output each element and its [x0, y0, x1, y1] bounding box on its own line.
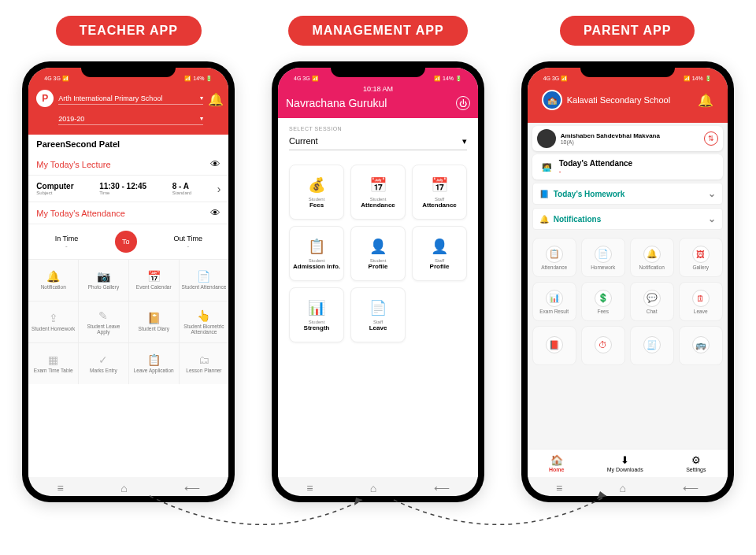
today-attendance-card[interactable]: 🧑‍💻 Today's Attendance - — [532, 154, 723, 179]
grid-cell[interactable]: 📔Student Diary — [129, 302, 179, 342]
leave-icon: 📋 — [147, 353, 161, 366]
parent-pill: PARENT APP — [560, 16, 695, 46]
swap-icon[interactable]: ⇅ — [704, 131, 718, 146]
module-icon: 🚌 — [692, 336, 710, 353]
back-icon[interactable]: ⟵ — [434, 482, 450, 494]
menu-icon[interactable]: ≡ — [556, 482, 562, 494]
mgmt-card-student-profile[interactable]: 👤StudentProfile — [350, 226, 406, 281]
teacher-avatar[interactable]: P — [36, 90, 54, 107]
in-time: In Time- — [55, 235, 79, 250]
grid-cell[interactable]: ⇪Student Homework — [28, 302, 78, 342]
student-bar[interactable]: Amishaben Sahdevbhai Makvana 10(A) ⇅ — [532, 126, 723, 151]
chevron-down-icon: ⌄ — [708, 188, 716, 199]
calendar-icon: 📅 — [369, 176, 387, 194]
eye-icon[interactable]: 👁 — [210, 158, 220, 170]
table-icon: ▦ — [48, 353, 58, 366]
status-right: 📶 14% 🔋 — [434, 76, 462, 82]
home-icon[interactable]: ⌂ — [370, 482, 376, 494]
pgrid-cell[interactable]: 🚌 — [679, 326, 723, 365]
to-button[interactable]: To — [115, 231, 137, 253]
clipboard-icon: 📋 — [308, 238, 325, 255]
home-icon: 🏠 — [550, 454, 563, 466]
school-dropdown[interactable]: Arth International Primary School▾ — [58, 93, 203, 105]
power-icon[interactable]: ⏻ — [456, 96, 470, 110]
bell-icon[interactable]: 🔔 — [208, 92, 220, 105]
fingerprint-icon: 👆 — [197, 309, 210, 322]
bell-icon: 🔔 — [539, 215, 549, 224]
grid-cell[interactable]: 👆Student Biometric Attendance — [180, 302, 229, 342]
parent-phone: 4G 3G 📶 📶 14% 🔋 🏫 Kalavati Secondary Sch… — [521, 61, 734, 502]
parent-school-title: Kalavati Secondary School — [567, 95, 693, 105]
grid-cell[interactable]: 📅Event Calendar — [129, 260, 179, 301]
download-icon: ⬇ — [621, 454, 629, 466]
teacher-phone: 4G 3G 📶 📶 14% 🔋 P Arth International Pri… — [22, 61, 235, 502]
back-icon[interactable]: ⟵ — [683, 482, 699, 494]
grid-cell[interactable]: 🗂Lesson Planner — [180, 343, 229, 384]
pgrid-cell[interactable]: 📊Exam Result — [532, 282, 576, 321]
nav-downloads[interactable]: ⬇My Downloads — [607, 454, 643, 472]
grid-cell[interactable]: 🔔Notification — [28, 260, 78, 301]
upload-icon: ⇪ — [49, 312, 58, 324]
mgmt-card-admission[interactable]: 📋StudentAdmission Info. — [289, 226, 344, 281]
pgrid-cell[interactable]: 💬Chat — [630, 282, 674, 321]
nav-settings[interactable]: ⚙Settings — [686, 454, 706, 472]
leave-icon: 🗓 — [692, 290, 710, 307]
lecture-row[interactable]: ComputerSubject 11:30 - 12:45Time 8 - AS… — [28, 176, 228, 202]
pgrid-cell[interactable]: 📕 — [532, 326, 576, 365]
grid-cell[interactable]: 📷Photo Gallery — [79, 260, 128, 301]
home-icon[interactable]: ⌂ — [120, 482, 127, 494]
mgmt-card-fees[interactable]: 💰StudentFees — [289, 165, 344, 220]
grid-cell[interactable]: ✎Student Leave Apply — [79, 302, 128, 342]
mgmt-card-staff-profile[interactable]: 👤StaffProfile — [412, 226, 467, 281]
year-dropdown[interactable]: 2019-20▾ — [58, 113, 203, 125]
chevron-down-icon: ▾ — [200, 115, 203, 123]
pgrid-cell[interactable]: 🗓Leave — [679, 282, 723, 321]
bell-icon: 🔔 — [46, 270, 60, 283]
gallery-icon: 🖼 — [692, 246, 710, 263]
grid-cell[interactable]: 📋Leave Application — [129, 343, 179, 384]
home-icon[interactable]: ⌂ — [620, 482, 626, 494]
grid-cell[interactable]: 📄Student Attendance — [180, 260, 229, 301]
menu-icon[interactable]: ≡ — [57, 482, 64, 494]
mgmt-card-leave[interactable]: 📄StaffLeave — [350, 287, 406, 342]
bottom-nav: 🏠Home ⬇My Downloads ⚙Settings — [528, 449, 728, 477]
mgmt-card-strength[interactable]: 📊StudentStrength — [289, 287, 344, 342]
mgmt-card-student-attendance[interactable]: 📅StudentAttendance — [350, 165, 406, 220]
out-time: Out Time- — [173, 235, 202, 250]
status-time: 10:18 AM — [286, 85, 470, 93]
planner-icon: 🗂 — [198, 353, 209, 366]
notifications-row[interactable]: 🔔 Notifications ⌄ — [532, 208, 723, 230]
pgrid-cell[interactable]: 📋Attendance — [532, 238, 576, 277]
pgrid-cell[interactable]: ⏱ — [581, 326, 625, 365]
fees-icon: 💲 — [595, 290, 612, 307]
mgmt-card-staff-attendance[interactable]: 📅StaffAttendance — [412, 165, 467, 220]
back-icon[interactable]: ⟵ — [184, 482, 200, 494]
eye-icon[interactable]: 👁 — [210, 207, 220, 219]
marks-icon: ✓ — [98, 353, 108, 366]
grid-cell[interactable]: ▦Exam Time Table — [28, 343, 78, 384]
homework-icon: 📄 — [595, 246, 612, 263]
pgrid-cell[interactable]: 📄Homework — [581, 238, 625, 277]
pgrid-cell[interactable]: 🔔Notification — [630, 238, 674, 277]
pgrid-cell[interactable]: 💲Fees — [581, 282, 625, 321]
chat-icon: 💬 — [643, 290, 661, 307]
result-icon: 📊 — [546, 290, 563, 307]
bell-icon[interactable]: 🔔 — [698, 93, 713, 108]
grid-cell[interactable]: ✓Marks Entry — [79, 343, 128, 384]
pgrid-cell[interactable]: 🖼Gallery — [679, 238, 723, 277]
gear-icon: ⚙ — [691, 454, 701, 466]
pgrid-cell[interactable]: 🧾 — [630, 326, 674, 365]
nav-home[interactable]: 🏠Home — [549, 454, 564, 472]
session-dropdown[interactable]: Current▾ — [289, 133, 467, 150]
money-icon: 💰 — [308, 176, 325, 194]
mgmt-school-title: Navrachana Gurukul — [286, 97, 387, 109]
calendar-icon: 📅 — [147, 270, 161, 283]
document-icon: 📄 — [197, 270, 210, 283]
document-icon: 📄 — [369, 299, 387, 316]
bell-icon: 🔔 — [643, 246, 661, 263]
today-homework-row[interactable]: 📘 Today's Homework ⌄ — [532, 183, 723, 205]
parent-grid: 📋Attendance 📄Homework 🔔Notification 🖼Gal… — [528, 233, 728, 370]
system-nav: ≡ ⌂ ⟵ — [528, 477, 728, 496]
menu-icon[interactable]: ≡ — [306, 482, 313, 494]
homework-icon: 📘 — [539, 190, 549, 198]
